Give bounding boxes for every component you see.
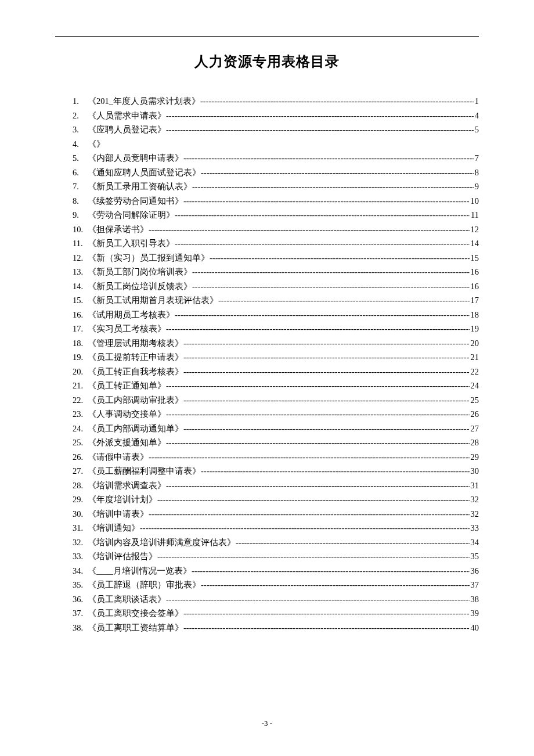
toc-item-title: 《新员工岗位培训反馈表》 <box>88 279 192 294</box>
toc-item: 25.《外派支援通知单》----------------------------… <box>73 435 479 450</box>
toc-item-title: 《年度培训计划》 <box>88 492 157 507</box>
toc-item-title: 《员工薪酬福利调整申请表》 <box>88 464 201 478</box>
toc-item-number: 4. <box>73 137 88 152</box>
toc-item-leader: ----------------------------------------… <box>192 279 470 294</box>
toc-item: 24.《员工内部调动通知单》--------------------------… <box>73 422 479 436</box>
toc-item-number: 8. <box>73 194 88 208</box>
document-page: 人力资源专用表格目录 1.《201_年度人员需求计划表》------------… <box>0 0 534 756</box>
toc-item-page: 34 <box>471 535 479 550</box>
toc-item-page: 32 <box>471 507 479 521</box>
toc-item-title: 《员工转正通知单》 <box>88 379 166 393</box>
toc-item-title: 《____月培训情况一览表》 <box>88 564 192 578</box>
toc-item: 30.《培训申请表》------------------------------… <box>73 507 479 521</box>
toc-item-title: 《员工离职工资结算单》 <box>88 621 183 635</box>
toc-item-page: 31 <box>471 478 479 493</box>
toc-item-leader: ----------------------------------------… <box>201 464 470 478</box>
toc-item-page: 22 <box>471 365 479 379</box>
toc-item-number: 16. <box>73 308 88 322</box>
toc-item: 16.《试用期员工考核表》---------------------------… <box>73 308 479 322</box>
toc-item: 29.《年度培训计划》-----------------------------… <box>73 492 479 507</box>
toc-item-leader: ----------------------------------------… <box>166 109 474 123</box>
toc-item: 3.《应聘人员登记表》-----------------------------… <box>73 123 479 137</box>
toc-item-number: 28. <box>73 478 88 493</box>
toc-item-page: 40 <box>471 621 479 635</box>
toc-item-leader: ----------------------------------------… <box>157 492 470 507</box>
toc-item-number: 20. <box>73 365 88 379</box>
toc-item-page: 17 <box>471 293 479 308</box>
toc-item-page: 16 <box>471 279 479 294</box>
toc-item-leader: ----------------------------------------… <box>149 507 470 521</box>
toc-item-number: 18. <box>73 336 88 351</box>
header-rule <box>55 36 479 37</box>
toc-item-leader: ----------------------------------------… <box>192 564 470 578</box>
toc-item-leader: ----------------------------------------… <box>175 308 470 322</box>
toc-item-number: 32. <box>73 535 88 550</box>
toc-item: 17.《实习员工考核表》----------------------------… <box>73 322 479 336</box>
toc-item: 22.《员工内部调动审批表》--------------------------… <box>73 393 479 408</box>
toc-item: 13.《新员工部门岗位培训表》-------------------------… <box>73 265 479 279</box>
toc-item-leader: ----------------------------------------… <box>218 293 470 308</box>
toc-item-leader: ----------------------------------------… <box>157 549 470 564</box>
toc-item-title: 《培训内容及培训讲师满意度评估表》 <box>88 535 236 550</box>
toc-item-leader: ----------------------------------------… <box>210 251 470 265</box>
toc-item-leader: ----------------------------------------… <box>183 350 470 365</box>
toc-item: 8.《续签劳动合同通知书》---------------------------… <box>73 194 479 208</box>
toc-item-leader: ----------------------------------------… <box>175 236 470 251</box>
toc-item-leader: ----------------------------------------… <box>183 194 470 208</box>
toc-item-title: 《员工提前转正申请表》 <box>88 350 183 365</box>
toc-item-page: 18 <box>471 308 479 322</box>
toc-item-leader: ----------------------------------------… <box>236 535 470 550</box>
toc-item-number: 2. <box>73 109 88 123</box>
toc-item-title: 《》 <box>88 137 105 152</box>
toc-item-number: 17. <box>73 322 88 336</box>
toc-item-page: 10 <box>471 194 479 208</box>
toc-item-title: 《内部人员竞聘申请表》 <box>88 151 183 165</box>
toc-item-leader: ----------------------------------------… <box>183 606 470 621</box>
toc-item-number: 9. <box>73 208 88 222</box>
toc-item-page: 28 <box>471 435 479 450</box>
toc-item-number: 13. <box>73 265 88 279</box>
toc-item-leader: ----------------------------------------… <box>192 265 470 279</box>
toc-item: 34.《____月培训情况一览表》-----------------------… <box>73 564 479 578</box>
toc-item-leader: ----------------------------------------… <box>183 336 470 351</box>
toc-item: 27.《员工薪酬福利调整申请表》------------------------… <box>73 464 479 478</box>
toc-item: 1.《201_年度人员需求计划表》-----------------------… <box>73 94 479 109</box>
toc-item: 2.《人员需求申请表》-----------------------------… <box>73 109 479 123</box>
toc-item-title: 《新（实习）员工报到通知单》 <box>88 251 210 265</box>
toc-item-page: 29 <box>471 450 479 465</box>
toc-item-number: 21. <box>73 379 88 393</box>
toc-item-number: 24. <box>73 422 88 436</box>
toc-item-title: 《员工转正自我考核表》 <box>88 365 183 379</box>
toc-item-number: 38. <box>73 621 88 635</box>
toc-item-title: 《培训需求调查表》 <box>88 478 166 493</box>
toc-item: 12.《新（实习）员工报到通知单》-----------------------… <box>73 251 479 265</box>
toc-item-title: 《员工离职谈话表》 <box>88 592 166 607</box>
toc-list: 1.《201_年度人员需求计划表》-----------------------… <box>55 94 479 635</box>
document-title: 人力资源专用表格目录 <box>55 52 479 71</box>
toc-item-page: 8 <box>475 165 479 180</box>
toc-item-title: 《通知应聘人员面试登记表》 <box>88 165 201 180</box>
toc-item-leader: ----------------------------------------… <box>149 450 470 465</box>
toc-item-page: 35 <box>471 549 479 564</box>
toc-item-title: 《新员工入职引导表》 <box>88 236 175 251</box>
toc-item-number: 3. <box>73 123 88 137</box>
toc-item: 38.《员工离职工资结算单》--------------------------… <box>73 621 479 635</box>
toc-item-page: 9 <box>475 179 479 194</box>
toc-item-page: 12 <box>471 222 479 237</box>
toc-item-leader: ----------------------------------------… <box>183 621 470 635</box>
toc-item-page: 7 <box>475 151 479 165</box>
toc-item: 20.《员工转正自我考核表》--------------------------… <box>73 365 479 379</box>
toc-item-page: 20 <box>471 336 479 351</box>
toc-item-number: 35. <box>73 578 88 592</box>
toc-item-number: 19. <box>73 350 88 365</box>
toc-item-number: 33. <box>73 549 88 564</box>
toc-item: 4.《》 <box>73 137 479 152</box>
toc-item-page: 24 <box>471 379 479 393</box>
toc-item-number: 30. <box>73 507 88 521</box>
toc-item-number: 5. <box>73 151 88 165</box>
toc-item: 14.《新员工岗位培训反馈表》-------------------------… <box>73 279 479 294</box>
toc-item-title: 《实习员工考核表》 <box>88 322 166 336</box>
toc-item-number: 22. <box>73 393 88 408</box>
toc-item: 9.《劳动合同解除证明》----------------------------… <box>73 208 479 222</box>
toc-item-leader: ----------------------------------------… <box>183 422 470 436</box>
